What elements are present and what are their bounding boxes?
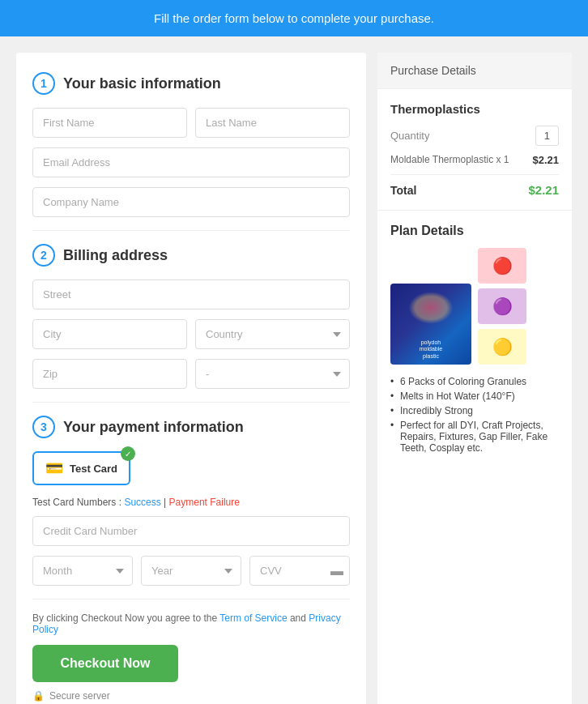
- purchase-header: Purchase Details: [377, 53, 572, 89]
- bullet-item: 6 Packs of Coloring Granules: [390, 376, 559, 387]
- divider-3: [32, 599, 350, 599]
- section-number-1: 1: [32, 72, 55, 95]
- bullet-item: Melts in Hot Water (140°F): [390, 390, 559, 402]
- purchase-body: Thermoplastics Quantity 1 Moldable Therm…: [377, 89, 572, 210]
- billing-header: 2 Billing address: [32, 244, 350, 267]
- card-button-label: Test Card: [70, 463, 117, 475]
- billing-title: Billing address: [63, 247, 168, 264]
- bullet-item: Incredibly Strong: [390, 405, 559, 416]
- payment-header: 3 Your payment information: [32, 416, 350, 438]
- qty-row: Quantity 1: [390, 126, 559, 146]
- cc-row: [32, 516, 350, 546]
- plan-section: Plan Details polydoh moldable plastic 🔴 …: [377, 210, 572, 470]
- pkg-yellow: 🟡: [478, 329, 526, 365]
- divider-2: [32, 402, 350, 403]
- qty-value: 1: [535, 126, 559, 146]
- country-field: Country United States United Kingdom Can…: [195, 319, 350, 349]
- total-label: Total: [390, 184, 416, 197]
- zip-field: [32, 359, 187, 389]
- first-name-field: [32, 108, 187, 138]
- zip-state-row: -: [32, 359, 350, 389]
- email-input[interactable]: [32, 147, 350, 177]
- month-year-cvv-row: Month 010203 040506 070809 101112 Year 2…: [32, 556, 350, 586]
- cvv-card-icon: ▬: [330, 564, 343, 578]
- last-name-input[interactable]: [195, 108, 350, 138]
- section-number-2: 2: [32, 244, 55, 267]
- product-title: Thermoplastics: [390, 102, 559, 116]
- city-input[interactable]: [32, 319, 187, 349]
- payment-title: Your payment information: [63, 419, 244, 436]
- cvv-field: ▬: [249, 556, 350, 586]
- checkout-label: Checkout Now: [60, 656, 150, 670]
- product-image-area: polydoh moldable plastic 🔴 🟣 🟡: [390, 248, 559, 365]
- state-field: -: [195, 359, 350, 389]
- pkg-purple: 🟣: [478, 288, 526, 324]
- left-panel: 1 Your basic information: [16, 53, 366, 704]
- basic-info-title: Your basic information: [63, 75, 221, 92]
- terms-text: By clicking Checkout Now you agree to th…: [32, 612, 350, 635]
- total-row: Total $2.21: [390, 183, 559, 197]
- city-country-row: Country United States United Kingdom Can…: [32, 319, 350, 349]
- email-field: [32, 147, 350, 177]
- side-products: 🔴 🟣 🟡: [478, 248, 526, 365]
- company-field: [32, 187, 350, 217]
- test-card-info: Test Card Numbers : Success | Payment Fa…: [32, 497, 350, 508]
- city-field: [32, 319, 187, 349]
- total-price: $2.21: [528, 183, 559, 197]
- email-row: [32, 147, 350, 177]
- cc-field: [32, 516, 350, 546]
- test-card-button[interactable]: 💳 Test Card ✓: [32, 451, 130, 485]
- terms-link[interactable]: Term of Service: [219, 612, 287, 624]
- section-number-3: 3: [32, 416, 55, 438]
- bullet-item: Perfect for all DYI, Craft Projects, Rep…: [390, 420, 559, 454]
- first-name-input[interactable]: [32, 108, 187, 138]
- street-input[interactable]: [32, 279, 350, 309]
- top-banner: Fill the order form below to complete yo…: [0, 0, 588, 36]
- state-select[interactable]: -: [195, 359, 350, 389]
- plan-title: Plan Details: [390, 224, 559, 238]
- item-price: $2.21: [532, 154, 559, 166]
- secure-label: Secure server: [49, 690, 110, 702]
- item-row: Moldable Thermoplastic x 1 $2.21: [390, 154, 559, 175]
- lock-icon: 🔒: [32, 690, 45, 702]
- name-row: [32, 108, 350, 138]
- card-btn-row: 💳 Test Card ✓: [32, 451, 350, 485]
- company-input[interactable]: [32, 187, 350, 217]
- check-badge: ✓: [121, 446, 135, 461]
- last-name-field: [195, 108, 350, 138]
- credit-card-icon: 💳: [45, 459, 63, 477]
- main-product-image: polydoh moldable plastic: [390, 284, 471, 365]
- month-field: Month 010203 040506 070809 101112: [32, 556, 133, 586]
- zip-input[interactable]: [32, 359, 187, 389]
- terms-middle: and: [290, 612, 309, 624]
- company-row: [32, 187, 350, 217]
- year-select[interactable]: Year 202420252026 202720282029: [141, 556, 241, 586]
- secure-line: 🔒 Secure server: [32, 690, 350, 702]
- country-select[interactable]: Country United States United Kingdom Can…: [195, 319, 350, 349]
- month-select[interactable]: Month 010203 040506 070809 101112: [32, 556, 133, 586]
- year-field: Year 202420252026 202720282029: [141, 556, 241, 586]
- checkout-button[interactable]: Checkout Now: [32, 645, 178, 682]
- divider-1: [32, 230, 350, 231]
- product-label: polydoh moldable plastic: [420, 339, 442, 360]
- street-row: [32, 279, 350, 309]
- test-card-prefix: Test Card Numbers :: [32, 497, 124, 508]
- banner-text: Fill the order form below to complete yo…: [154, 11, 434, 25]
- street-field: [32, 279, 350, 309]
- cc-input[interactable]: [32, 516, 350, 546]
- qty-label: Quantity: [390, 130, 429, 142]
- pkg-red: 🔴: [478, 248, 526, 284]
- terms-prefix: By clicking Checkout Now you agree to th…: [32, 612, 219, 624]
- failure-link[interactable]: Payment Failure: [169, 497, 240, 508]
- item-name: Moldable Thermoplastic x 1: [390, 154, 509, 165]
- bullet-list: 6 Packs of Coloring Granules Melts in Ho…: [390, 376, 559, 454]
- success-link[interactable]: Success: [124, 497, 160, 508]
- product-blob: [409, 292, 454, 324]
- basic-info-header: 1 Your basic information: [32, 72, 350, 95]
- right-panel: Purchase Details Thermoplastics Quantity…: [377, 53, 572, 704]
